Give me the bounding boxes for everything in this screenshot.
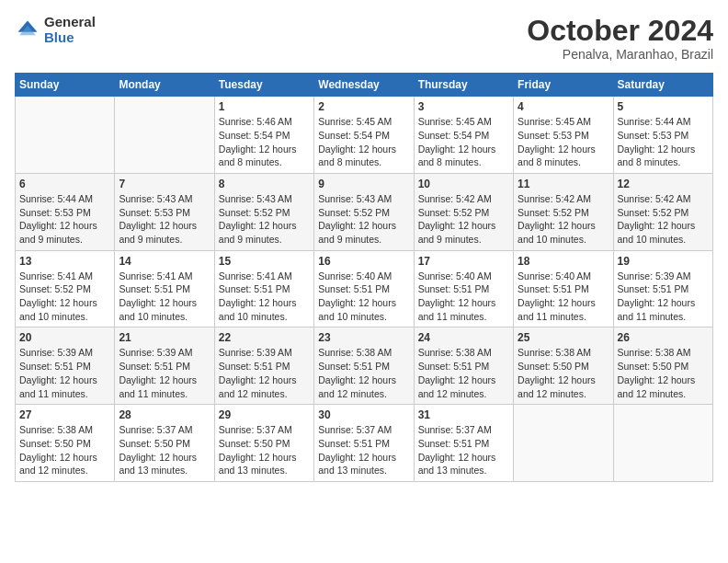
day-info: Sunrise: 5:41 AM Sunset: 5:51 PM Dayligh…	[119, 270, 210, 324]
day-number: 1	[219, 100, 310, 113]
day-number: 22	[219, 331, 310, 344]
calendar-cell: 14Sunrise: 5:41 AM Sunset: 5:51 PM Dayli…	[115, 250, 214, 327]
day-info: Sunrise: 5:40 AM Sunset: 5:51 PM Dayligh…	[418, 270, 509, 324]
calendar-cell	[115, 97, 214, 174]
calendar-cell: 22Sunrise: 5:39 AM Sunset: 5:51 PM Dayli…	[214, 327, 313, 405]
day-info: Sunrise: 5:42 AM Sunset: 5:52 PM Dayligh…	[618, 192, 709, 247]
calendar-cell: 7Sunrise: 5:43 AM Sunset: 5:53 PM Daylig…	[115, 173, 214, 250]
calendar-cell: 3Sunrise: 5:45 AM Sunset: 5:54 PM Daylig…	[414, 97, 513, 174]
day-number: 17	[418, 255, 509, 268]
day-info: Sunrise: 5:38 AM Sunset: 5:50 PM Dayligh…	[618, 346, 709, 400]
day-number: 25	[518, 331, 609, 344]
page-header: General Blue October 2024 Penalva, Maran…	[15, 15, 713, 62]
calendar-body: 1Sunrise: 5:46 AM Sunset: 5:54 PM Daylig…	[16, 97, 713, 482]
calendar-cell: 18Sunrise: 5:40 AM Sunset: 5:51 PM Dayli…	[514, 250, 613, 327]
day-info: Sunrise: 5:37 AM Sunset: 5:51 PM Dayligh…	[418, 423, 509, 477]
day-info: Sunrise: 5:40 AM Sunset: 5:51 PM Dayligh…	[518, 270, 609, 324]
day-info: Sunrise: 5:38 AM Sunset: 5:51 PM Dayligh…	[318, 346, 409, 400]
day-number: 9	[318, 178, 409, 190]
calendar-cell: 24Sunrise: 5:38 AM Sunset: 5:51 PM Dayli…	[414, 327, 513, 405]
calendar-cell: 17Sunrise: 5:40 AM Sunset: 5:51 PM Dayli…	[414, 250, 513, 327]
location: Penalva, Maranhao, Brazil	[527, 47, 713, 62]
logo-icon	[15, 17, 40, 43]
day-number: 3	[418, 100, 509, 113]
day-info: Sunrise: 5:43 AM Sunset: 5:52 PM Dayligh…	[219, 192, 310, 247]
day-number: 31	[418, 408, 509, 421]
calendar-cell: 29Sunrise: 5:37 AM Sunset: 5:50 PM Dayli…	[214, 405, 313, 482]
day-info: Sunrise: 5:38 AM Sunset: 5:51 PM Dayligh…	[418, 346, 509, 400]
calendar-table: Sunday Monday Tuesday Wednesday Thursday…	[15, 73, 713, 482]
day-number: 7	[119, 178, 210, 190]
day-info: Sunrise: 5:39 AM Sunset: 5:51 PM Dayligh…	[618, 270, 709, 324]
day-number: 14	[119, 255, 210, 268]
calendar-cell: 30Sunrise: 5:37 AM Sunset: 5:51 PM Dayli…	[314, 405, 414, 482]
col-friday: Friday	[514, 74, 613, 97]
day-number: 12	[618, 178, 709, 190]
title-block: October 2024 Penalva, Maranhao, Brazil	[527, 15, 713, 62]
day-info: Sunrise: 5:44 AM Sunset: 5:53 PM Dayligh…	[19, 192, 110, 247]
logo-general-text: General	[44, 15, 96, 30]
day-number: 28	[119, 408, 210, 421]
day-info: Sunrise: 5:41 AM Sunset: 5:52 PM Dayligh…	[19, 270, 110, 324]
day-number: 15	[219, 255, 310, 268]
col-wednesday: Wednesday	[314, 74, 414, 97]
calendar-cell: 13Sunrise: 5:41 AM Sunset: 5:52 PM Dayli…	[16, 250, 115, 327]
day-number: 16	[318, 255, 409, 268]
calendar-cell: 10Sunrise: 5:42 AM Sunset: 5:52 PM Dayli…	[414, 173, 513, 250]
calendar-cell: 1Sunrise: 5:46 AM Sunset: 5:54 PM Daylig…	[214, 97, 313, 174]
day-number: 26	[618, 331, 709, 344]
logo-blue-text: Blue	[44, 30, 96, 46]
day-number: 4	[518, 100, 609, 113]
day-number: 11	[518, 178, 609, 190]
day-number: 13	[19, 255, 110, 268]
calendar-cell	[16, 97, 115, 174]
calendar-cell: 23Sunrise: 5:38 AM Sunset: 5:51 PM Dayli…	[314, 327, 414, 405]
day-info: Sunrise: 5:45 AM Sunset: 5:54 PM Dayligh…	[318, 115, 409, 169]
day-info: Sunrise: 5:44 AM Sunset: 5:53 PM Dayligh…	[618, 115, 709, 169]
calendar-cell: 19Sunrise: 5:39 AM Sunset: 5:51 PM Dayli…	[613, 250, 712, 327]
col-tuesday: Tuesday	[214, 74, 313, 97]
calendar-cell	[613, 405, 712, 482]
day-info: Sunrise: 5:42 AM Sunset: 5:52 PM Dayligh…	[418, 192, 509, 247]
day-number: 19	[618, 255, 709, 268]
day-number: 20	[19, 331, 110, 344]
day-number: 21	[119, 331, 210, 344]
calendar-cell: 2Sunrise: 5:45 AM Sunset: 5:54 PM Daylig…	[314, 97, 414, 174]
calendar-cell: 12Sunrise: 5:42 AM Sunset: 5:52 PM Dayli…	[613, 173, 712, 250]
calendar-header: Sunday Monday Tuesday Wednesday Thursday…	[16, 74, 713, 97]
calendar-cell: 26Sunrise: 5:38 AM Sunset: 5:50 PM Dayli…	[613, 327, 712, 405]
day-number: 18	[518, 255, 609, 268]
calendar-cell: 16Sunrise: 5:40 AM Sunset: 5:51 PM Dayli…	[314, 250, 414, 327]
day-number: 6	[19, 178, 110, 190]
day-info: Sunrise: 5:38 AM Sunset: 5:50 PM Dayligh…	[518, 346, 609, 400]
calendar-week-row: 27Sunrise: 5:38 AM Sunset: 5:50 PM Dayli…	[16, 405, 713, 482]
day-info: Sunrise: 5:45 AM Sunset: 5:53 PM Dayligh…	[518, 115, 609, 169]
day-number: 27	[19, 408, 110, 421]
day-info: Sunrise: 5:37 AM Sunset: 5:50 PM Dayligh…	[119, 423, 210, 477]
calendar-cell: 15Sunrise: 5:41 AM Sunset: 5:51 PM Dayli…	[214, 250, 313, 327]
calendar-week-row: 6Sunrise: 5:44 AM Sunset: 5:53 PM Daylig…	[16, 173, 713, 250]
calendar-cell: 21Sunrise: 5:39 AM Sunset: 5:51 PM Dayli…	[115, 327, 214, 405]
day-info: Sunrise: 5:43 AM Sunset: 5:53 PM Dayligh…	[119, 192, 210, 247]
day-number: 2	[318, 100, 409, 113]
day-number: 24	[418, 331, 509, 344]
day-number: 10	[418, 178, 509, 190]
calendar-cell: 5Sunrise: 5:44 AM Sunset: 5:53 PM Daylig…	[613, 97, 712, 174]
day-info: Sunrise: 5:39 AM Sunset: 5:51 PM Dayligh…	[19, 346, 110, 400]
col-sunday: Sunday	[16, 74, 115, 97]
calendar-cell: 31Sunrise: 5:37 AM Sunset: 5:51 PM Dayli…	[414, 405, 513, 482]
calendar-cell	[514, 405, 613, 482]
col-saturday: Saturday	[613, 74, 712, 97]
logo: General Blue	[15, 15, 96, 45]
calendar-cell: 6Sunrise: 5:44 AM Sunset: 5:53 PM Daylig…	[16, 173, 115, 250]
calendar-cell: 25Sunrise: 5:38 AM Sunset: 5:50 PM Dayli…	[514, 327, 613, 405]
month-title: October 2024	[527, 15, 713, 47]
calendar-cell: 20Sunrise: 5:39 AM Sunset: 5:51 PM Dayli…	[16, 327, 115, 405]
calendar-cell: 11Sunrise: 5:42 AM Sunset: 5:52 PM Dayli…	[514, 173, 613, 250]
day-info: Sunrise: 5:42 AM Sunset: 5:52 PM Dayligh…	[518, 192, 609, 247]
calendar-cell: 27Sunrise: 5:38 AM Sunset: 5:50 PM Dayli…	[16, 405, 115, 482]
day-info: Sunrise: 5:41 AM Sunset: 5:51 PM Dayligh…	[219, 270, 310, 324]
calendar-cell: 8Sunrise: 5:43 AM Sunset: 5:52 PM Daylig…	[214, 173, 313, 250]
day-info: Sunrise: 5:37 AM Sunset: 5:51 PM Dayligh…	[318, 423, 409, 477]
day-info: Sunrise: 5:43 AM Sunset: 5:52 PM Dayligh…	[318, 192, 409, 247]
